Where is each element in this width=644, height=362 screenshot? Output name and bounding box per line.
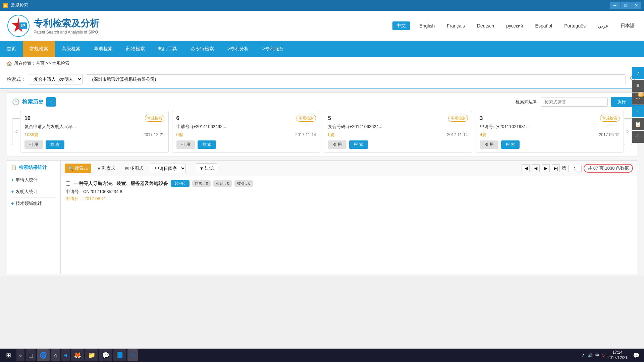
- maximize-button[interactable]: □: [621, 2, 631, 9]
- card-1-quote-button[interactable]: 引 用: [24, 140, 43, 149]
- right-doc-button[interactable]: 📋: [632, 118, 644, 130]
- history-upload-button[interactable]: ↑: [46, 97, 56, 107]
- history-card-1: 10 常规检索 复合申请人与发明人=(深... 1038篇 2017-12-21…: [20, 111, 169, 153]
- filter-button[interactable]: ▼ 过滤: [196, 163, 218, 173]
- card-4-count: 4篇: [480, 132, 487, 138]
- card-4-meta: 4篇 2017-06-12: [480, 132, 620, 138]
- lang-english[interactable]: English: [417, 22, 437, 30]
- taskbar-app-settings[interactable]: 🌀: [37, 349, 50, 361]
- taskbar-notify-button[interactable]: 💬: [630, 349, 642, 361]
- history-prev-button[interactable]: <: [12, 118, 20, 145]
- lang-chinese[interactable]: 中文: [392, 21, 410, 30]
- taskbar-app-chat[interactable]: 💬: [99, 349, 112, 361]
- search-form-view-button[interactable]: 🔍 搜索式: [65, 164, 91, 173]
- search-type-select[interactable]: 复合申请人与发明人 申请号 申请人 发明人: [29, 74, 83, 84]
- card-1-count: 1038篇: [24, 132, 39, 138]
- title-bar-title: 常规检索: [11, 2, 28, 8]
- card-2-date: 2017-11-14: [296, 132, 316, 137]
- card-3-date: 2017-11-14: [447, 132, 468, 137]
- taskbar-desktop-button[interactable]: ⬚: [26, 349, 36, 361]
- card-2-top: 6 常规检索: [176, 115, 316, 122]
- exec-button[interactable]: 执行: [611, 97, 632, 107]
- history-ops-input[interactable]: [541, 98, 608, 107]
- lang-japanese[interactable]: 日本語: [618, 21, 637, 30]
- card-2-query: 申请号=(+20141062492...: [176, 124, 316, 130]
- list-view-button[interactable]: ≡ 列表式: [95, 164, 118, 173]
- nav-navigation-search[interactable]: 导航检索: [87, 41, 119, 57]
- nav-drug-search[interactable]: 药物检索: [119, 41, 152, 57]
- taskbar-app-ie[interactable]: e: [61, 349, 70, 361]
- breadcrumb-home-icon: 🏠: [7, 61, 12, 66]
- lang-french[interactable]: Français: [444, 22, 468, 30]
- lang-spanish[interactable]: Español: [533, 22, 555, 30]
- stats-title: 📋 检索结果统计: [11, 165, 56, 171]
- card-2-meta: 0篇 2017-11-14: [176, 132, 316, 138]
- lang-russian[interactable]: русский: [503, 22, 526, 30]
- minimize-button[interactable]: ─: [610, 2, 620, 9]
- lang-german[interactable]: Deutsch: [474, 22, 497, 30]
- taskbar-sys-arrow: ∧: [582, 353, 585, 358]
- card-4-quote-button[interactable]: 引 用: [480, 140, 498, 149]
- card-2-search-button[interactable]: 检 索: [198, 140, 216, 149]
- right-plus-button[interactable]: +: [632, 105, 644, 117]
- lang-portuguese[interactable]: Português: [561, 22, 588, 30]
- list-view-icon: ≡: [98, 166, 101, 171]
- page-first-button[interactable]: |◀: [522, 164, 530, 172]
- lang-arabic[interactable]: عربي: [595, 22, 611, 30]
- title-bar: ⊞ 常规检索 ─ □ ✕: [0, 0, 644, 11]
- nav-command-search[interactable]: 命令行检索: [184, 41, 221, 57]
- result-app-no: 申请号：CN201710685234.8: [66, 189, 632, 195]
- history-next-button[interactable]: >: [624, 118, 632, 145]
- search-bar: 检索式： 复合申请人与发明人 申请号 申请人 发明人: [0, 70, 644, 89]
- history-ops-label: 检索式运算: [516, 99, 537, 105]
- taskbar-app-search[interactable]: ○: [51, 349, 60, 361]
- result-checkbox[interactable]: [66, 181, 70, 186]
- card-1-search-button[interactable]: 检 索: [46, 140, 64, 149]
- taskbar-search-button[interactable]: ○: [16, 349, 24, 361]
- nav-home[interactable]: 首页: [0, 41, 23, 57]
- right-add-button[interactable]: ➕: [632, 131, 644, 143]
- breadcrumb-text: 所在位置：首页 >> 常规检索: [14, 60, 69, 66]
- taskbar-start-button[interactable]: ⊞: [2, 349, 15, 361]
- card-2-quote-button[interactable]: 引 用: [176, 140, 195, 149]
- stats-icon: 📋: [11, 165, 17, 170]
- card-2-type: 常规检索: [297, 115, 316, 122]
- card-4-search-button[interactable]: 检 索: [501, 140, 520, 149]
- page-next-button[interactable]: ▶: [542, 164, 550, 172]
- taskbar-volume-icon: 🔊: [588, 353, 593, 358]
- page-number-input[interactable]: [568, 165, 582, 172]
- nav-patent-service[interactable]: >专利服务: [256, 41, 290, 57]
- search-input[interactable]: [86, 74, 626, 84]
- grid-view-label: 多图式: [130, 165, 143, 171]
- page-prev-button[interactable]: ◀: [532, 164, 540, 172]
- nav-patent-analysis[interactable]: >专利分析: [221, 41, 256, 57]
- taskbar-app-word[interactable]: W: [127, 349, 138, 361]
- stats-tech-field[interactable]: + 技术领域统计: [11, 197, 56, 209]
- stats-inventor[interactable]: + 发明人统计: [11, 186, 56, 197]
- app-icon: ⊞: [3, 3, 8, 8]
- card-4-actions: 引 用 检 索: [480, 140, 620, 149]
- nav-advanced-search[interactable]: 高级检索: [55, 41, 87, 57]
- nav-hot-tools[interactable]: 热门工具: [152, 41, 184, 57]
- grid-view-button[interactable]: ⊞ 多图式: [122, 164, 147, 173]
- card-3-query: 复合号码=(+20141062624...: [328, 124, 468, 130]
- card-4-query: 申请号=(+20111021981...: [480, 124, 620, 130]
- taskbar-date-display: 2017/12/21: [607, 355, 628, 361]
- search-form-icon: 🔍: [68, 166, 73, 171]
- right-star-button[interactable]: ☆ 60: [632, 93, 644, 105]
- sort-select[interactable]: 申请日降序 申请日升序 公开日降序: [150, 164, 186, 173]
- stats-applicant[interactable]: + 申请人统计: [11, 174, 56, 186]
- page-label: 第: [562, 165, 566, 171]
- taskbar-app-files[interactable]: 📁: [85, 349, 98, 361]
- card-1-query: 复合申请人与发明人=(深...: [24, 124, 164, 130]
- right-menu-button[interactable]: ≡: [632, 80, 644, 92]
- card-3-quote-button[interactable]: 引 用: [328, 140, 346, 149]
- nav-regular-search[interactable]: 常规检索: [23, 41, 55, 57]
- taskbar-app-browser[interactable]: 🦊: [71, 349, 84, 361]
- right-check-button[interactable]: ✓: [632, 67, 644, 79]
- card-4-date: 2017-06-12: [599, 132, 620, 137]
- page-last-button[interactable]: ▶|: [552, 164, 560, 172]
- close-button[interactable]: ✕: [631, 2, 641, 9]
- card-3-search-button[interactable]: 检 索: [349, 140, 368, 149]
- taskbar-app-dingtalk[interactable]: 📘: [113, 349, 126, 361]
